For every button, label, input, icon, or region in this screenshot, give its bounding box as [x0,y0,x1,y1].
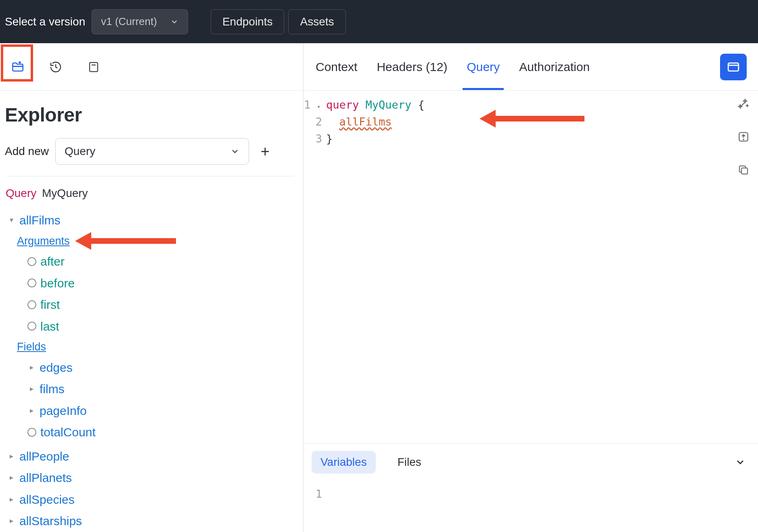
code-line: allFilms [326,113,425,130]
tree-node-allfilms[interactable]: ▾ allFilms [5,209,296,231]
left-panel: Explorer Add new Query + Query MyQuery ▾… [0,43,304,532]
variables-line-number: 1 [304,486,322,503]
editor-tabs: Context Headers (12) Query Authorization [304,43,758,91]
breadcrumb-name[interactable]: MyQuery [42,187,88,199]
tree-arg-first[interactable]: first [5,294,296,316]
tab-query[interactable]: Query [466,44,500,90]
addnew-label: Add new [5,145,49,158]
tree-arg-last[interactable]: last [5,316,296,337]
explorer-title: Explorer [5,104,296,126]
magic-wand-icon[interactable] [736,96,751,111]
explorer-icon[interactable] [9,58,27,76]
tree-node-label: allFilms [19,210,61,230]
chevron-down-icon [230,147,240,156]
radio-icon [27,279,36,287]
line-number: 2 [304,113,322,130]
collapse-icon[interactable] [736,130,751,144]
line-number: 3 [304,130,322,147]
tree-field-edges[interactable]: ▸edges [5,357,296,379]
radio-icon [27,257,36,266]
svg-rect-7 [741,168,748,174]
radio-icon [27,428,36,437]
assets-button[interactable]: Assets [288,9,345,34]
bottom-panel-toggle[interactable] [735,457,750,468]
query-tree: ▾ allFilms Arguments afterbeforefirstlas… [5,209,296,532]
breadcrumb: Query MyQuery [5,187,296,200]
tree-node-allspecies[interactable]: ▸allSpecies [5,489,296,511]
tree-node-label: allPeople [19,446,69,467]
right-panel: Context Headers (12) Query Authorization… [304,43,758,532]
tree-node-allplanets[interactable]: ▸allPlanets [5,467,296,489]
tree-field-label: films [40,379,65,399]
radio-icon [27,300,36,309]
copy-icon[interactable] [736,163,751,177]
archive-icon[interactable] [85,58,103,76]
explorer-panel: Explorer Add new Query + Query MyQuery ▾… [0,91,303,532]
addnew-select-value: Query [65,145,95,158]
chevron-down-icon [170,17,179,26]
version-select[interactable]: v1 (Current) [92,9,188,34]
play-icon [727,60,740,74]
radio-icon [27,322,36,331]
tab-headers[interactable]: Headers (12) [376,44,448,90]
code-editor[interactable]: 1 ▾23 query MyQuery { allFilms} [304,91,758,443]
code-line: query MyQuery { [326,96,425,113]
topbar: Select a version v1 (Current) Endpoints … [0,0,758,43]
tree-node-allstarships[interactable]: ▸allStarships [5,510,296,532]
bottom-panel: Variables Files 1 [304,443,758,532]
divider [6,176,294,176]
history-icon[interactable] [47,58,65,76]
tree-arg-label: last [40,316,59,337]
tree-field-label: totalCount [40,422,96,442]
tree-field-pageInfo[interactable]: ▸pageInfo [5,400,296,422]
tree-field-label: edges [40,358,73,378]
tree-node-label: allStarships [19,511,82,531]
tree-field-totalCount[interactable]: totalCount [5,421,296,443]
chevron-down-icon [735,457,746,468]
tab-authorization[interactable]: Authorization [518,44,590,90]
tree-section-label: Arguments [17,232,70,250]
tree-section-label: Fields [17,338,46,356]
editor-side-tools [736,96,751,177]
tree-section-arguments[interactable]: Arguments [5,231,296,251]
editor-gutter: 1 ▾23 [304,91,326,443]
tab-context[interactable]: Context [315,44,358,90]
tree-field-label: pageInfo [40,401,87,421]
line-number: 1 ▾ [304,96,322,113]
tree-arg-label: first [40,295,60,315]
version-label: Select a version [5,15,85,28]
editor-code[interactable]: query MyQuery { allFilms} [326,91,425,443]
tree-field-films[interactable]: ▸films [5,378,296,400]
tree-node-label: allSpecies [19,490,75,510]
version-select-text: v1 (Current) [101,15,157,28]
tree-arg-before[interactable]: before [5,272,296,294]
code-line: } [326,130,425,147]
tab-variables[interactable]: Variables [312,451,376,473]
svg-rect-2 [728,63,739,71]
addnew-plus-button[interactable]: + [255,144,275,159]
breadcrumb-type[interactable]: Query [6,187,36,199]
tree-node-allpeople[interactable]: ▸allPeople [5,446,296,467]
svg-rect-0 [90,62,98,71]
tree-arg-after[interactable]: after [5,251,296,272]
tree-section-fields[interactable]: Fields [5,337,296,357]
tree-arg-label: before [40,273,75,293]
tree-node-label: allPlanets [19,468,72,488]
variables-editor[interactable]: 1 [304,478,758,505]
tree-arg-label: after [40,251,65,272]
run-button[interactable] [720,54,747,80]
endpoints-button[interactable]: Endpoints [211,9,285,34]
left-toolbar [0,43,303,91]
svg-point-6 [743,139,743,140]
addnew-select[interactable]: Query [55,138,249,165]
tab-files[interactable]: Files [389,451,430,473]
